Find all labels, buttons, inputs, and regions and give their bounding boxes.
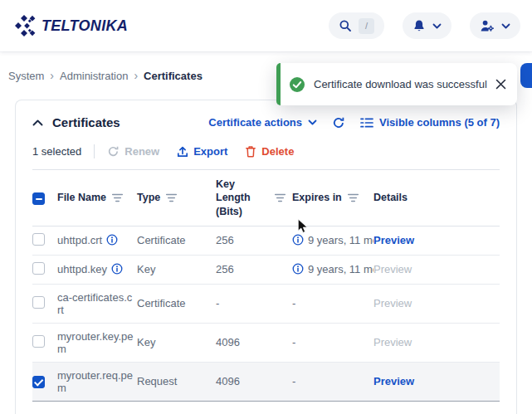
type-cell: Key xyxy=(137,255,216,284)
section-header: Certificates Certificate actions Visible xyxy=(32,115,500,129)
info-icon[interactable] xyxy=(292,234,304,246)
chevron-down-icon xyxy=(308,119,317,125)
renew-button[interactable]: Renew xyxy=(107,145,159,158)
table-header-row: File Name Type Key Length (Bits) Expires… xyxy=(32,170,500,226)
filter-icon[interactable] xyxy=(112,193,123,202)
filter-icon[interactable] xyxy=(166,193,177,202)
table-row[interactable]: myrouter.req.pem Request 4096 - Preview xyxy=(32,362,500,401)
certificates-card: Certificates Certificate actions Visible xyxy=(15,100,517,414)
row-checkbox[interactable] xyxy=(32,335,45,348)
file-name-cell: myrouter.key.pem xyxy=(57,323,137,362)
columns-icon xyxy=(360,118,373,128)
expires-value: - xyxy=(292,375,295,387)
column-header[interactable]: Key Length (Bits) xyxy=(216,170,292,226)
brand-name: TELTONIKA xyxy=(41,17,128,35)
select-all-checkbox[interactable] xyxy=(32,192,45,205)
export-label: Export xyxy=(193,145,227,158)
visible-columns-button[interactable]: Visible columns (5 of 7) xyxy=(360,116,500,129)
file-name: uhttpd.crt xyxy=(57,234,102,246)
search-icon xyxy=(339,19,352,32)
table-body: uhttpd.crt Certificate 256 9 years, 11 m… xyxy=(32,226,500,401)
preview-link[interactable]: Preview xyxy=(373,234,414,246)
expires-cell: - xyxy=(292,284,373,323)
type-cell: Request xyxy=(137,362,216,401)
row-checkbox[interactable] xyxy=(32,296,45,309)
info-icon[interactable] xyxy=(106,234,118,246)
key-length-cell: 4096 xyxy=(216,323,292,362)
section-actions: Certificate actions Visible columns (5 o… xyxy=(208,116,500,129)
filter-icon[interactable] xyxy=(348,193,359,202)
bell-icon xyxy=(412,19,426,32)
certificate-actions-button[interactable]: Certificate actions xyxy=(208,116,317,129)
selected-count: 1 selected xyxy=(32,145,81,158)
row-checkbox[interactable] xyxy=(32,233,45,246)
table-row[interactable]: myrouter.key.pem Key 4096 - Preview xyxy=(32,323,500,362)
user-menu-button[interactable] xyxy=(470,12,520,39)
breadcrumb-item-certificates: Certificates xyxy=(144,70,203,82)
expires-value: - xyxy=(292,297,295,309)
table-row[interactable]: uhttpd.crt Certificate 256 9 years, 11 m… xyxy=(32,226,500,255)
edge-panel-button[interactable] xyxy=(520,63,532,88)
preview-link[interactable]: Preview xyxy=(373,375,414,387)
expires-cell: 9 years, 11 mon xyxy=(292,226,373,255)
toast-notification: Certificate download was successful xyxy=(276,63,517,105)
toast-close-button[interactable] xyxy=(495,79,506,90)
preview-link[interactable]: Preview xyxy=(373,263,412,275)
search-shortcut-key: / xyxy=(359,18,374,34)
type-cell: Key xyxy=(137,323,216,362)
file-name-cell: uhttpd.key xyxy=(57,255,137,284)
info-icon[interactable] xyxy=(111,263,123,275)
file-name-cell: ca-certificates.crt xyxy=(57,284,137,323)
column-label: File Name xyxy=(57,191,106,204)
visible-columns-label: Visible columns (5 of 7) xyxy=(379,116,500,129)
table-row[interactable]: uhttpd.key Key 256 9 years, 11 mon Previ… xyxy=(32,255,500,284)
close-icon xyxy=(495,79,506,90)
file-name-cell: uhttpd.crt xyxy=(57,226,137,255)
table-row[interactable]: ca-certificates.crt Certificate - - Prev… xyxy=(32,284,500,323)
column-header[interactable]: Details xyxy=(373,170,500,226)
bulk-actions-toolbar: 1 selected Renew Export Delete xyxy=(32,144,500,158)
key-length-cell: - xyxy=(216,284,292,323)
row-checkbox[interactable] xyxy=(32,262,45,275)
success-check-icon xyxy=(289,76,305,93)
renew-label: Renew xyxy=(124,145,159,158)
toolbar-divider xyxy=(94,144,95,158)
chevron-down-icon xyxy=(501,23,510,29)
collapse-section-button[interactable] xyxy=(32,119,43,126)
refresh-button[interactable] xyxy=(332,116,345,129)
expires-value: 9 years, 11 mon xyxy=(308,263,373,275)
search-button[interactable]: / xyxy=(329,12,384,39)
info-icon[interactable] xyxy=(292,263,304,275)
delete-button[interactable]: Delete xyxy=(245,145,294,158)
breadcrumb-item-system[interactable]: System xyxy=(8,70,44,82)
chevron-up-icon xyxy=(32,119,43,126)
refresh-icon xyxy=(332,116,345,129)
preview-link[interactable]: Preview xyxy=(373,336,412,348)
file-name-cell: myrouter.req.pem xyxy=(57,362,137,401)
column-header[interactable]: Type xyxy=(137,170,216,226)
column-label: Type xyxy=(137,191,160,204)
certificates-table: File Name Type Key Length (Bits) Expires… xyxy=(32,169,500,402)
file-name: myrouter.key.pem xyxy=(57,330,134,355)
page-title: Certificates xyxy=(52,115,120,129)
filter-icon[interactable] xyxy=(275,193,286,202)
breadcrumb-item-administration[interactable]: Administration xyxy=(60,70,128,82)
export-button[interactable]: Export xyxy=(177,145,227,158)
column-header[interactable]: Expires in xyxy=(292,170,373,226)
type-cell: Certificate xyxy=(137,226,216,255)
trash-icon xyxy=(245,145,256,158)
notifications-button[interactable] xyxy=(403,12,451,39)
column-label: Key Length (Bits) xyxy=(216,178,269,218)
user-gear-icon xyxy=(480,19,495,32)
breadcrumb-separator-icon: › xyxy=(50,70,54,81)
column-header[interactable]: File Name xyxy=(57,170,137,226)
brand-logo[interactable]: TELTONIKA xyxy=(8,15,128,37)
expires-value: - xyxy=(292,336,295,348)
row-checkbox[interactable] xyxy=(32,376,45,388)
preview-link[interactable]: Preview xyxy=(373,297,412,309)
certificate-actions-label: Certificate actions xyxy=(208,116,302,129)
brand-logo-icon xyxy=(8,15,38,37)
export-icon xyxy=(177,146,188,158)
key-length-cell: 4096 xyxy=(216,362,292,401)
renew-icon xyxy=(107,145,120,158)
